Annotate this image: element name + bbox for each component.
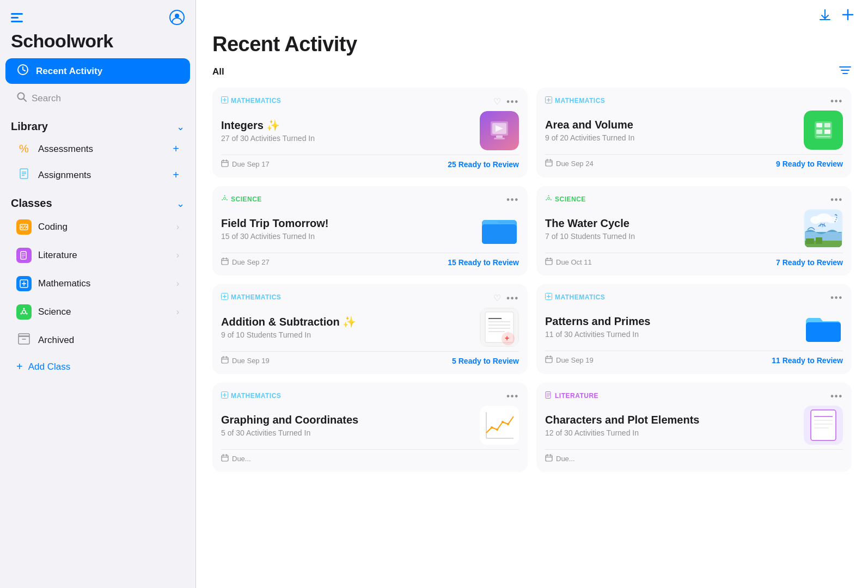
sidebar-item-coding[interactable]: Coding › xyxy=(5,214,190,240)
card-header: LITERATURE ••• xyxy=(545,391,843,401)
card-header: MATHEMATICS ••• xyxy=(545,293,843,303)
filter-button[interactable] xyxy=(839,65,852,79)
card-actions: ••• xyxy=(830,96,843,106)
card-due-date: Due Sep 17 xyxy=(221,160,270,169)
review-count[interactable]: 7 Ready to Review xyxy=(776,258,843,267)
sidebar-item-recent-activity[interactable]: Recent Activity xyxy=(5,58,190,84)
svg-point-4 xyxy=(175,14,179,18)
search-label: Search xyxy=(32,93,61,104)
svg-point-122 xyxy=(507,423,509,425)
more-options-icon[interactable]: ••• xyxy=(506,293,519,303)
subject-label: SCIENCE xyxy=(231,195,262,203)
classes-title: Classes xyxy=(11,197,52,210)
subject-icon xyxy=(221,96,228,105)
review-count[interactable]: 15 Ready to Review xyxy=(448,258,519,267)
assessments-icon: % xyxy=(16,143,32,155)
svg-rect-0 xyxy=(11,13,23,15)
sidebar-search-item[interactable]: Search xyxy=(5,86,190,111)
heart-icon[interactable]: ♡ xyxy=(493,96,501,107)
review-count[interactable]: 11 Ready to Review xyxy=(772,356,843,365)
card-subtitle: 11 of 30 Activities Turned In xyxy=(545,330,804,339)
archived-icon xyxy=(16,333,32,347)
assignments-icon xyxy=(16,168,32,182)
card-body: Field Trip Tomorrow! 15 of 30 Activities… xyxy=(221,209,519,248)
coding-icon xyxy=(16,219,32,235)
activity-card-7[interactable]: LITERATURE ••• Characters and Plot Eleme… xyxy=(536,383,852,472)
subject-label: MATHEMATICS xyxy=(231,293,281,301)
activity-card-0[interactable]: MATHEMATICS ♡ ••• Integers ✨ 27 of 30 Ac… xyxy=(212,88,528,177)
library-item-assignments[interactable]: Assignments + xyxy=(5,163,190,187)
calendar-icon xyxy=(221,356,229,365)
download-button[interactable] xyxy=(818,8,832,25)
svg-point-23 xyxy=(26,313,28,315)
profile-button[interactable] xyxy=(169,10,185,25)
sidebar-item-archived[interactable]: Archived xyxy=(5,327,190,353)
svg-point-121 xyxy=(502,421,504,423)
card-actions: ♡ ••• xyxy=(493,96,519,107)
card-due-date: Due Oct 11 xyxy=(545,258,592,267)
svg-rect-41 xyxy=(496,136,503,138)
card-body: The Water Cycle 7 of 10 Students Turned … xyxy=(545,209,843,248)
svg-point-72 xyxy=(548,198,550,200)
coding-chevron-icon: › xyxy=(176,222,179,232)
card-body: Integers ✨ 27 of 30 Activities Turned In xyxy=(221,111,519,150)
recent-activity-label: Recent Activity xyxy=(36,66,102,77)
more-options-icon[interactable]: ••• xyxy=(830,195,843,205)
more-options-icon[interactable]: ••• xyxy=(830,293,843,303)
card-info: Integers ✨ 27 of 30 Activities Turned In xyxy=(221,119,480,143)
card-footer: Due Sep 19 11 Ready to Review xyxy=(545,351,843,365)
calendar-icon xyxy=(221,160,229,169)
science-chevron-icon: › xyxy=(176,307,179,317)
card-header: MATHEMATICS ••• xyxy=(221,391,519,401)
activity-card-3[interactable]: SCIENCE ••• The Water Cycle 7 of 10 Stud… xyxy=(536,186,852,275)
review-count[interactable]: 25 Ready to Review xyxy=(448,160,519,169)
add-button[interactable] xyxy=(841,8,855,25)
sidebar-item-science[interactable]: Science › xyxy=(5,299,190,325)
svg-rect-1 xyxy=(11,17,19,19)
card-body: Addition & Subtraction ✨ 9 of 10 Student… xyxy=(221,308,519,347)
more-options-icon[interactable]: ••• xyxy=(830,391,843,401)
activity-card-6[interactable]: MATHEMATICS ••• Graphing and Coordinates… xyxy=(212,383,528,472)
card-due-date: Due... xyxy=(545,454,575,463)
library-toggle-button[interactable]: ⌄ xyxy=(176,121,185,133)
svg-point-75 xyxy=(546,199,547,200)
card-due-date: Due Sep 24 xyxy=(545,159,594,168)
svg-rect-109 xyxy=(546,357,552,363)
sidebar-item-mathematics[interactable]: Mathematics › xyxy=(5,271,190,297)
sidebar-item-literature[interactable]: Literature › xyxy=(5,242,190,268)
heart-icon[interactable]: ♡ xyxy=(493,293,501,303)
classes-toggle-button[interactable]: ⌄ xyxy=(176,198,185,210)
sidebar-toggle-button[interactable] xyxy=(11,13,23,22)
activity-card-2[interactable]: SCIENCE ••• Field Trip Tomorrow! 15 of 3… xyxy=(212,186,528,275)
card-actions: ••• xyxy=(830,195,843,205)
library-item-assessments[interactable]: % Assessments + xyxy=(5,137,190,161)
activity-card-4[interactable]: MATHEMATICS ♡ ••• Addition & Subtraction… xyxy=(212,284,528,374)
sidebar-header xyxy=(0,0,195,30)
activity-card-1[interactable]: MATHEMATICS ••• Area and Volume 9 of 20 … xyxy=(536,88,852,177)
svg-rect-83 xyxy=(806,238,814,244)
more-options-icon[interactable]: ••• xyxy=(830,96,843,106)
library-section-header: Library ⌄ xyxy=(0,112,195,136)
svg-point-62 xyxy=(224,195,225,197)
assessments-label: Assessments xyxy=(38,144,93,155)
activity-card-5[interactable]: MATHEMATICS ••• Patterns and Primes 11 o… xyxy=(536,284,852,374)
svg-rect-101 xyxy=(222,357,228,363)
add-class-item[interactable]: + Add Class xyxy=(5,355,190,378)
card-header: MATHEMATICS ••• xyxy=(545,96,843,106)
add-assessment-button[interactable]: + xyxy=(173,143,179,155)
subject-icon xyxy=(545,195,552,204)
svg-rect-44 xyxy=(222,161,228,167)
page-title: Recent Activity xyxy=(212,33,852,56)
subject-icon xyxy=(221,195,228,204)
due-date-text: Due Sep 24 xyxy=(556,160,594,168)
card-thumbnail xyxy=(804,111,843,150)
more-options-icon[interactable]: ••• xyxy=(506,391,519,401)
review-count[interactable]: 5 Ready to Review xyxy=(452,357,519,365)
card-body: Area and Volume 9 of 20 Activities Turne… xyxy=(545,111,843,150)
more-options-icon[interactable]: ••• xyxy=(506,97,519,107)
more-options-icon[interactable]: ••• xyxy=(506,195,519,205)
card-title: Characters and Plot Elements xyxy=(545,414,804,426)
svg-rect-85 xyxy=(546,259,552,265)
add-assignment-button[interactable]: + xyxy=(173,169,179,181)
review-count[interactable]: 9 Ready to Review xyxy=(776,160,843,168)
